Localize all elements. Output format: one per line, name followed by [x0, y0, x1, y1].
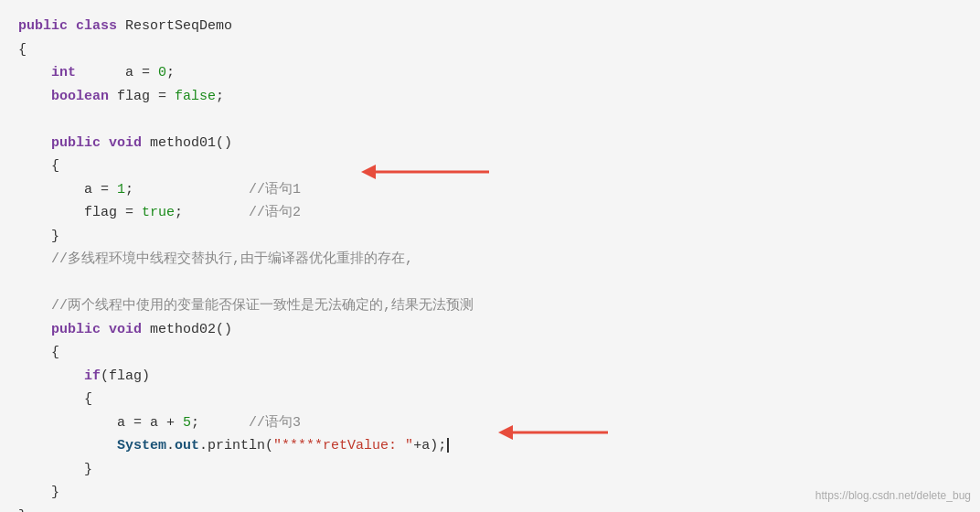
- line-2: {: [18, 38, 962, 62]
- line-11: //多线程环境中线程交替执行,由于编译器优化重排的存在,: [18, 248, 962, 272]
- line-22: }: [18, 505, 962, 513]
- line-18: a = a + 5; //语句3: [18, 411, 962, 435]
- line-12: [18, 272, 962, 295]
- arrow-2: [498, 414, 617, 460]
- line-14: public void method02(): [18, 318, 962, 342]
- svg-marker-3: [498, 425, 513, 440]
- line-17: {: [18, 388, 962, 411]
- arrow-1: [361, 154, 498, 204]
- line-10: }: [18, 225, 962, 249]
- line-13: //两个线程中使用的变量能否保证一致性是无法确定的,结果无法预测: [18, 294, 962, 318]
- line-3: int a = 0;: [18, 61, 962, 85]
- code-container: public class ResortSeqDemo { int a = 0; …: [0, 0, 980, 512]
- line-9: flag = true; //语句2: [18, 201, 962, 225]
- code-block: public class ResortSeqDemo { int a = 0; …: [0, 0, 980, 512]
- line-4: boolean flag = false;: [18, 85, 962, 109]
- line-19: System.out.println("*****retValue: "+a);: [18, 434, 962, 458]
- line-1: public class ResortSeqDemo: [18, 15, 962, 38]
- line-6: public void method01(): [18, 132, 962, 155]
- cursor: [447, 438, 449, 453]
- watermark: https://blog.csdn.net/delete_bug: [815, 486, 971, 505]
- svg-marker-1: [361, 165, 376, 179]
- line-5: [18, 108, 962, 132]
- line-20: }: [18, 458, 962, 482]
- line-15: {: [18, 341, 962, 365]
- line-16: if(flag): [18, 365, 962, 389]
